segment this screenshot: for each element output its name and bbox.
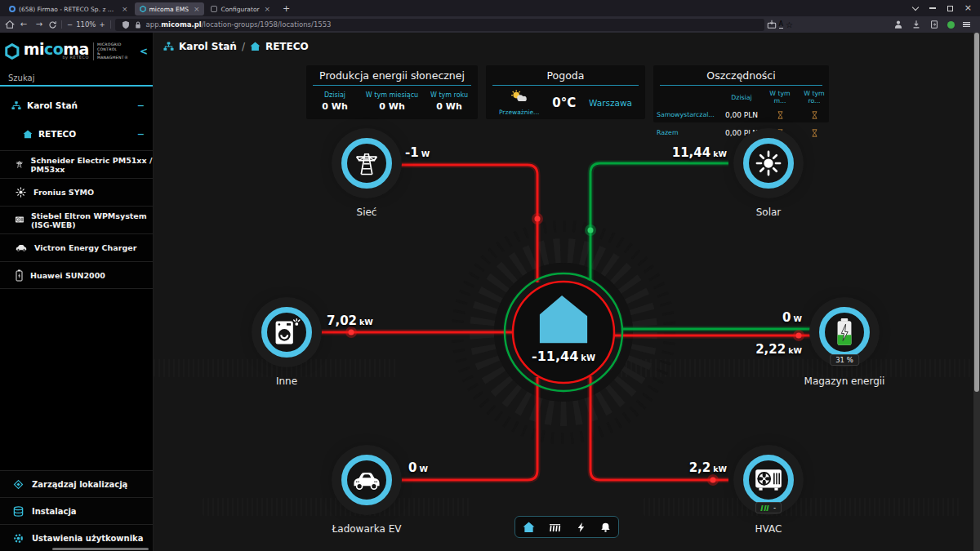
node-ev-charger[interactable]: Ładowarka EV (318, 455, 416, 535)
node-battery[interactable]: 31 % Magazyn energii (795, 307, 893, 387)
tab-close-icon[interactable]: × (122, 5, 128, 13)
sidebar-item-huawei[interactable]: Huawei SUN2000 (0, 261, 153, 289)
solar-power-value: 11,44kW (637, 145, 727, 160)
window-close-button[interactable]: × (964, 4, 972, 12)
search-input[interactable] (8, 73, 145, 82)
translate-icon[interactable]: A (779, 21, 783, 29)
shield-icon[interactable] (122, 20, 130, 29)
save-page-icon[interactable] (767, 20, 777, 29)
account-icon[interactable] (893, 20, 903, 29)
hourglass-icon (777, 111, 783, 119)
collapse-minus[interactable]: − (137, 100, 145, 111)
address-bar[interactable]: app.micoma.pl/location-groups/1958/locat… (115, 19, 764, 31)
home-power-value: -11,44kW (506, 349, 621, 364)
page-scrollbar[interactable] (973, 33, 980, 551)
micoma-logo[interactable]: micoma by RETECO microgrid control & man… (0, 33, 153, 70)
hvac-power-value: 2,2kW (645, 460, 727, 475)
gear-icon (13, 533, 24, 544)
reload-icon[interactable] (48, 20, 57, 29)
tab-close-icon[interactable]: × (194, 5, 200, 13)
tab-configurator[interactable]: Configurator × (206, 2, 275, 16)
hierarchy-icon (11, 101, 21, 110)
sidebar-search[interactable] (0, 70, 153, 87)
weather-panel: Pogoda Przeważnie... 0°C Warszawa (486, 65, 645, 119)
home-icon[interactable] (5, 20, 15, 29)
sidebar-item-manage-location[interactable]: Zarządzaj lokalizacją (0, 470, 153, 497)
other-power-value: 7,02kW (327, 313, 373, 328)
sidebar-item-schneider[interactable]: Schneider Electric PM51xx / PM53xx (0, 150, 153, 178)
zoom-out-button[interactable]: − (67, 20, 73, 29)
node-other[interactable]: Inne (238, 307, 336, 387)
device-list: Schneider Electric PM51xx / PM53xx Froni… (0, 150, 153, 289)
view-toolbar (514, 516, 619, 538)
zoom-in-button[interactable]: + (99, 20, 105, 29)
sidebar: micoma by RETECO microgrid control & man… (0, 33, 154, 551)
node-hvac[interactable]: - HVAC (719, 455, 817, 535)
sidebar-item-installation[interactable]: Instalacja (0, 497, 153, 524)
temperature-value: 0°C (552, 96, 576, 110)
node-ring (819, 307, 870, 358)
node-ring (743, 455, 794, 505)
sidebar-item-group[interactable]: Karol Stań − (0, 96, 153, 114)
tab-close-icon[interactable]: × (265, 5, 271, 13)
send-to-device-icon[interactable] (929, 20, 939, 29)
forward-button[interactable]: → (33, 17, 46, 32)
target-icon (13, 479, 24, 490)
tab-bar: (658) Firmao - RETECO Sp. z o.o. × micom… (0, 0, 980, 16)
configurator-favicon (211, 6, 217, 12)
heat-pump-icon (753, 467, 784, 493)
bookmark-star-icon[interactable]: ☆ (786, 20, 793, 29)
lock-icon[interactable] (134, 20, 142, 29)
transmission-tower-icon (352, 149, 381, 178)
menu-hamburger-icon[interactable] (963, 22, 970, 28)
weather-city: Warszawa (589, 98, 632, 108)
downloads-icon[interactable] (911, 20, 921, 29)
zoom-level[interactable]: 110% (76, 20, 96, 29)
sidebar-item-stiebel[interactable]: Stiebel Eltron WPMsystem (ISG-WEB) (0, 206, 153, 233)
sidebar-item-victron[interactable]: Victron Energy Charger (0, 233, 153, 261)
sidebar-horizontal-scrollbar[interactable] (52, 548, 149, 550)
sun-icon (754, 149, 783, 178)
node-ring (341, 138, 392, 189)
sidebar-item-fronius[interactable]: Fronius SYMO (0, 178, 153, 206)
sun-icon (15, 186, 27, 198)
battery-icon (15, 269, 24, 282)
alerts-view-button[interactable] (600, 522, 611, 533)
node-home-center[interactable]: -11,44kW (506, 275, 621, 389)
car-icon (350, 469, 383, 491)
home-view-button[interactable] (523, 522, 535, 533)
breadcrumb-location[interactable]: RETECO (265, 41, 309, 52)
breadcrumb-group[interactable]: Karol Stań (179, 41, 237, 52)
battery-icon (831, 317, 858, 348)
tab-micoma-ems[interactable]: micoma EMS × (135, 2, 205, 16)
hierarchy-icon (163, 42, 174, 51)
decor-wave (611, 359, 973, 377)
scrollbar-thumb[interactable] (974, 33, 979, 392)
url-text: app.micoma.pl/location-groups/1958/locat… (146, 20, 332, 29)
savings-panel: Oszczędności Dzisiaj W tym m... W tym ro… (653, 65, 829, 122)
car-icon (15, 243, 28, 252)
heating-view-button[interactable] (549, 522, 561, 533)
new-tab-button[interactable]: + (276, 3, 296, 14)
back-button[interactable]: ← (17, 17, 30, 32)
breadcrumb: Karol Stań / RETECO (163, 41, 309, 52)
browser-window: (658) Firmao - RETECO Sp. z o.o. × micom… (0, 0, 980, 551)
sidebar-footer: Zarządzaj lokalizacją Instalacja Ustawie… (0, 470, 153, 551)
browser-toolbar: ← → − 110% + app.micoma.pl/location-grou… (0, 16, 980, 33)
transmission-tower-icon (15, 158, 24, 171)
sidebar-item-location[interactable]: RETECO − (0, 124, 153, 144)
window-minimize-button[interactable] (929, 7, 936, 8)
house-icon (537, 295, 590, 345)
extension-icon[interactable] (947, 21, 955, 29)
sidebar-collapse-button[interactable]: < (140, 46, 148, 57)
partly-cloudy-icon (509, 90, 530, 104)
ev-power-value: 0W (408, 460, 428, 475)
node-grid[interactable]: Sieć (318, 138, 416, 218)
list-tabs-chevron-icon[interactable] (912, 3, 919, 10)
collapse-minus[interactable]: − (137, 129, 145, 140)
tab-firmao[interactable]: (658) Firmao - RETECO Sp. z o.o. × (4, 2, 133, 16)
firmao-favicon (9, 6, 16, 12)
node-solar[interactable]: Solar (719, 138, 817, 218)
energy-view-button[interactable] (576, 522, 586, 533)
window-maximize-button[interactable] (947, 6, 953, 11)
